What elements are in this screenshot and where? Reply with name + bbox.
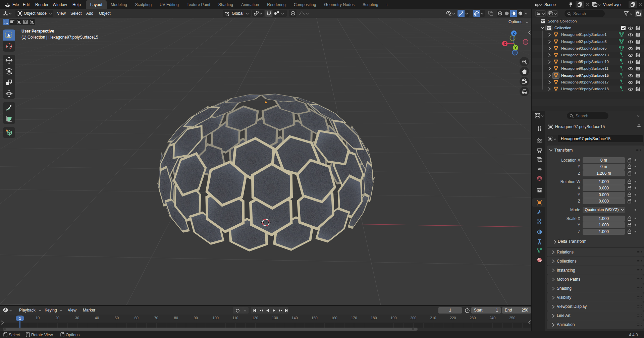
svg-text:X: X [504,42,506,46]
svg-text:Y: Y [515,46,517,50]
svg-text:Z: Z [513,32,515,35]
